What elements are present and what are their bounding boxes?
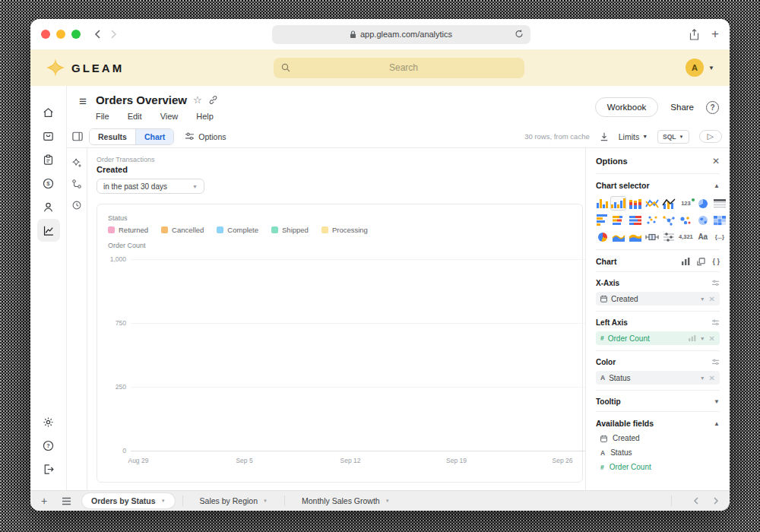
- page-tab-sales-by-region[interactable]: Sales by Region▼: [191, 493, 277, 508]
- x-axis-field-pill[interactable]: Created ▼ ✕: [596, 292, 720, 306]
- field-item-order-count[interactable]: #Order Count: [596, 460, 720, 474]
- page-list-icon[interactable]: [62, 497, 71, 505]
- workbook-button[interactable]: Workbook: [595, 97, 659, 117]
- color-field-pill[interactable]: A Status ▼ ✕: [596, 371, 720, 385]
- chart-type-cluster-icon[interactable]: [678, 213, 694, 227]
- download-icon[interactable]: [600, 132, 609, 141]
- account-chevron-down-icon[interactable]: ▼: [708, 65, 714, 71]
- add-page-button[interactable]: +: [41, 495, 62, 507]
- sidebar-item-analytics[interactable]: [37, 219, 60, 242]
- next-page-icon[interactable]: [713, 497, 719, 505]
- chart-type-bar-h-stacked-icon[interactable]: [610, 213, 626, 227]
- help-icon[interactable]: ?: [706, 101, 719, 114]
- chart-type-kpi-number-icon[interactable]: 123: [678, 196, 694, 211]
- axis-settings-icon[interactable]: [711, 319, 720, 326]
- minimize-window-button[interactable]: [56, 30, 65, 39]
- options-toggle[interactable]: Options: [185, 132, 226, 141]
- chart-type-column-chart-icon[interactable]: [610, 196, 626, 211]
- left-axis-field-pill[interactable]: # Order Count ▼ ✕: [596, 331, 720, 345]
- chart-type-heatmap-icon[interactable]: [712, 213, 727, 227]
- chart-type-pie-icon[interactable]: [596, 230, 609, 244]
- brand[interactable]: GLEAM: [46, 58, 124, 78]
- collapse-chevron-icon[interactable]: ▲: [714, 182, 720, 189]
- tab-menu-chevron-icon[interactable]: ▼: [161, 499, 166, 503]
- menu-item-file[interactable]: File: [96, 112, 109, 121]
- remove-field-icon[interactable]: ✕: [709, 374, 715, 382]
- chevron-down-icon[interactable]: ▼: [700, 336, 705, 341]
- tab-menu-chevron-icon[interactable]: ▼: [263, 499, 268, 503]
- browser-forward-icon[interactable]: [106, 30, 122, 39]
- close-window-button[interactable]: [41, 30, 50, 39]
- chart-type-bar-horizontal-icon[interactable]: [596, 213, 609, 227]
- chart-type-table-icon[interactable]: [712, 196, 727, 211]
- chart-type-area-stacked-icon[interactable]: [628, 230, 643, 244]
- axis-settings-icon[interactable]: [711, 280, 720, 287]
- chart-type-levels-icon[interactable]: [661, 230, 676, 244]
- menu-item-edit[interactable]: Edit: [128, 112, 142, 121]
- sidebar-item-help[interactable]: ?: [37, 434, 60, 457]
- date-filter-dropdown[interactable]: in the past 30 days ▼: [97, 179, 204, 194]
- run-query-button[interactable]: ▷: [699, 130, 722, 143]
- sidebar-item-tasks[interactable]: [37, 148, 60, 171]
- chart-type-box-plot-icon[interactable]: [644, 230, 660, 244]
- share-page-icon[interactable]: [689, 29, 699, 40]
- avatar[interactable]: A: [686, 59, 704, 77]
- share-button[interactable]: Share: [670, 103, 694, 112]
- page-tab-orders-by-status[interactable]: Orders by Status▼: [82, 493, 175, 508]
- sidebar-item-logout[interactable]: [37, 458, 60, 480]
- axis-settings-icon[interactable]: [711, 359, 720, 366]
- close-icon[interactable]: ✕: [712, 156, 720, 166]
- tab-results[interactable]: Results: [90, 129, 135, 144]
- sidebar-item-settings[interactable]: [37, 410, 60, 433]
- move-element-icon[interactable]: [697, 258, 705, 266]
- chart-type-geo-map-icon[interactable]: [695, 213, 711, 227]
- chart-type-network-icon[interactable]: [661, 213, 676, 227]
- chevron-down-icon[interactable]: ▼: [700, 296, 705, 302]
- menu-item-view[interactable]: View: [160, 112, 179, 121]
- expand-chevron-icon[interactable]: ▼: [714, 398, 720, 405]
- remove-field-icon[interactable]: ✕: [709, 334, 715, 343]
- tab-menu-chevron-icon[interactable]: ▼: [385, 499, 390, 503]
- global-search-input[interactable]: Search: [274, 58, 524, 78]
- maximize-window-button[interactable]: [71, 30, 81, 39]
- lineage-icon[interactable]: [71, 179, 82, 189]
- chart-type-json-element-icon[interactable]: {...}: [712, 230, 727, 244]
- chart-type-scatter-icon[interactable]: [644, 213, 660, 227]
- chart-card[interactable]: Status ReturnedCancelledCompleteShippedP…: [97, 204, 583, 483]
- panel-toggle-icon[interactable]: [67, 131, 87, 141]
- chart-type-donut-progress-icon[interactable]: [695, 196, 711, 211]
- history-icon[interactable]: [71, 200, 82, 211]
- reload-icon[interactable]: [515, 29, 524, 39]
- remove-field-icon[interactable]: ✕: [709, 295, 715, 303]
- chart-type-area-icon[interactable]: [610, 230, 626, 244]
- field-item-status[interactable]: AStatus: [596, 445, 720, 460]
- sidebar-item-customers[interactable]: [37, 195, 60, 218]
- field-item-created[interactable]: Created: [596, 431, 720, 445]
- chart-type-line-chart-icon[interactable]: [644, 196, 660, 211]
- sql-dropdown[interactable]: SQL▼: [657, 130, 689, 144]
- chart-type-stacked-column-icon[interactable]: [628, 196, 643, 211]
- chart-type-combo-chart-icon[interactable]: [661, 196, 676, 211]
- prev-page-icon[interactable]: [693, 497, 699, 505]
- browser-back-icon[interactable]: [90, 30, 106, 39]
- url-bar[interactable]: app.gleam.com/analytics: [272, 25, 530, 44]
- chart-type-text-element-icon[interactable]: Aa: [695, 230, 711, 244]
- menu-item-help[interactable]: Help: [196, 112, 214, 121]
- link-icon[interactable]: [208, 95, 218, 105]
- new-tab-icon[interactable]: +: [711, 27, 719, 42]
- sidebar-item-billing[interactable]: $: [37, 172, 60, 195]
- ai-sparkle-icon[interactable]: [71, 157, 82, 168]
- chart-type-bar-h-100-icon[interactable]: [628, 213, 643, 227]
- chart-type-big-number-icon[interactable]: 4,321: [678, 230, 694, 244]
- collapse-chevron-icon[interactable]: ▲: [714, 420, 720, 427]
- mini-bar-chart-icon[interactable]: [682, 258, 690, 265]
- sidebar-item-home[interactable]: [37, 101, 60, 124]
- page-tab-monthly-sales-growth[interactable]: Monthly Sales Growth▼: [293, 493, 399, 508]
- code-icon[interactable]: { }: [712, 258, 720, 265]
- workbook-menu-icon[interactable]: ≡: [79, 93, 87, 121]
- tab-chart[interactable]: Chart: [135, 129, 173, 144]
- sidebar-item-orders[interactable]: [37, 125, 60, 147]
- chart-type-bar-chart-icon[interactable]: [596, 196, 609, 211]
- chevron-down-icon[interactable]: ▼: [700, 375, 705, 381]
- favorite-star-icon[interactable]: ☆: [193, 94, 202, 106]
